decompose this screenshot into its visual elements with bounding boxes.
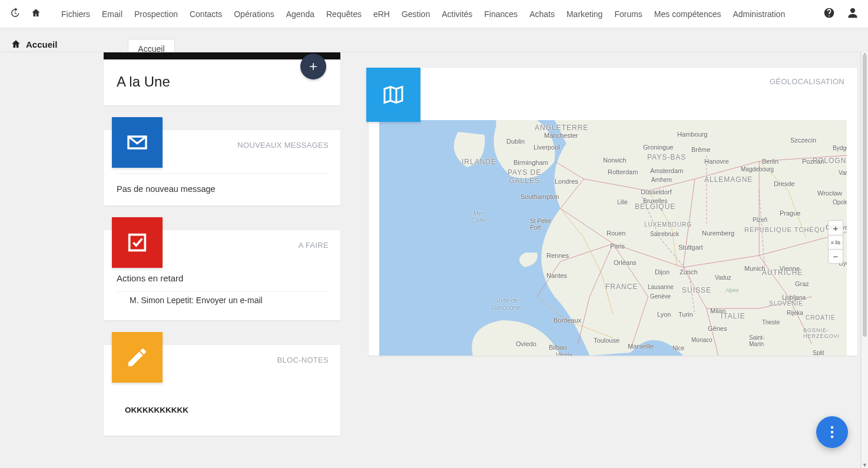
subheader: Accueil Accueil (0, 28, 868, 54)
main-nav: Fichiers Email Prospection Contacts Opér… (55, 0, 823, 28)
home-icon[interactable] (31, 8, 41, 20)
top-bar: Fichiers Email Prospection Contacts Opér… (0, 0, 868, 28)
content-area: A la Une NOUVEAUX MESSAGES Pas de nouvea… (0, 52, 861, 54)
nav-achats[interactable]: Achats (524, 0, 561, 28)
vertical-scrollbar[interactable]: ▲ ▼ (861, 52, 868, 54)
user-icon[interactable] (847, 7, 859, 21)
nav-erh[interactable]: eRH (367, 0, 396, 28)
une-banner-strip (104, 52, 340, 54)
history-icon[interactable] (9, 8, 20, 20)
topbar-right-icons (823, 7, 859, 21)
nav-activites[interactable]: Activités (436, 0, 478, 28)
breadcrumb[interactable]: Accueil (11, 39, 57, 49)
topbar-left-icons (9, 8, 41, 20)
nav-prospection[interactable]: Prospection (128, 0, 184, 28)
nav-finances[interactable]: Finances (478, 0, 524, 28)
card-a-la-une: A la Une (104, 52, 340, 54)
nav-requetes[interactable]: Requêtes (320, 0, 367, 28)
nav-fichiers[interactable]: Fichiers (55, 0, 96, 28)
nav-forums[interactable]: Forums (608, 0, 648, 28)
breadcrumb-label: Accueil (26, 39, 57, 49)
nav-email[interactable]: Email (96, 0, 128, 28)
nav-operations[interactable]: Opérations (228, 0, 280, 28)
nav-marketing[interactable]: Marketing (561, 0, 608, 28)
nav-gestion[interactable]: Gestion (396, 0, 436, 28)
nav-agenda[interactable]: Agenda (280, 0, 320, 28)
nav-contacts[interactable]: Contacts (184, 0, 228, 28)
nav-administration[interactable]: Administration (727, 0, 791, 28)
home-icon-small (11, 39, 21, 49)
help-icon[interactable] (823, 7, 835, 21)
nav-competences[interactable]: Mes compétences (648, 0, 727, 28)
